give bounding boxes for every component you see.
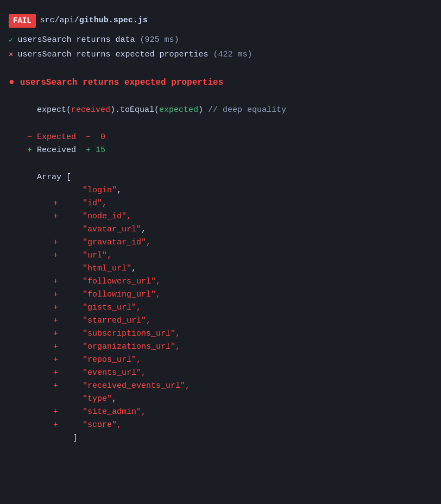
item-gravatar: + "gravatar_id",	[43, 236, 151, 249]
expect-text: expect(received).toEqual(expected) // de…	[17, 104, 286, 117]
diff-block: − Expected − 0 + Received + 15	[0, 127, 441, 161]
spacer-3	[0, 161, 441, 167]
array-close-text: ]	[43, 432, 78, 445]
array-item-id: + "id",	[17, 197, 432, 210]
check-icon: ✓	[9, 35, 13, 46]
item-following-url: + "following_url",	[43, 288, 161, 301]
item-organizations-url: + "organizations_url",	[43, 341, 180, 354]
file-name: github.spec.js	[79, 16, 148, 25]
test-fail-line: ✕ usersSearch returns expected propertie…	[0, 48, 441, 62]
header-line: FAIL src/api/github.spec.js	[0, 11, 441, 31]
error-title: usersSearch returns expected properties	[20, 76, 223, 89]
item-received-events-url: + "received_events_url",	[43, 380, 190, 393]
array-open-text: Array [	[17, 171, 71, 184]
array-item-gists-url: + "gists_url",	[17, 301, 432, 314]
array-item-following-url: + "following_url",	[17, 288, 432, 301]
array-item-organizations-url: + "organizations_url",	[17, 341, 432, 354]
item-site-admin: + "site_admin",	[43, 406, 146, 419]
item-gists-url: + "gists_url",	[43, 301, 141, 314]
test-fail-text: usersSearch returns expected properties …	[17, 49, 252, 61]
file-path-prefix: src/api/	[40, 16, 79, 25]
item-events-url: + "events_url",	[43, 367, 146, 380]
error-bullet: ●	[9, 75, 15, 90]
item-html-url: "html_url",	[43, 262, 136, 275]
array-item-site-admin: + "site_admin",	[17, 406, 432, 419]
array-item-gravatar: + "gravatar_id",	[17, 236, 432, 249]
item-node-id: + "node_id",	[43, 210, 131, 223]
array-block: Array [ "login", + "id", + "node_id", "a…	[0, 167, 441, 449]
item-type: "type",	[43, 393, 117, 406]
item-repos-url: + "repos_url",	[43, 354, 141, 367]
diff-received-label: + Received + 15	[17, 144, 105, 157]
spacer-1	[0, 94, 441, 99]
array-item-url: + "url",	[17, 249, 432, 262]
array-close-line: ]	[17, 432, 432, 445]
array-item-subscriptions-url: + "subscriptions_url",	[17, 327, 432, 341]
expect-line: expect(received).toEqual(expected) // de…	[17, 104, 432, 117]
array-item-avatar-url: "avatar_url",	[17, 223, 432, 236]
test-pass-text: usersSearch returns data (925 ms)	[17, 34, 179, 47]
fail-badge: FAIL	[9, 14, 36, 28]
cross-icon: ✕	[9, 49, 13, 60]
array-item-type: "type",	[17, 393, 432, 406]
array-item-score: + "score",	[17, 419, 432, 432]
diff-expected-label: − Expected − 0	[17, 131, 105, 144]
test-pass-line: ✓ usersSearch returns data (925 ms)	[0, 33, 441, 48]
item-starred-url: + "starred_url",	[43, 314, 151, 327]
array-open-line: Array [	[17, 171, 432, 184]
array-item-repos-url: + "repos_url",	[17, 354, 432, 367]
array-item-node-id: + "node_id",	[17, 210, 432, 223]
item-subscriptions-url: + "subscriptions_url",	[43, 327, 180, 341]
item-url: + "url",	[43, 249, 112, 262]
diff-received-line: + Received + 15	[17, 144, 432, 157]
divider-1	[0, 62, 441, 71]
test-output: FAIL src/api/github.spec.js ✓ usersSearc…	[0, 9, 441, 451]
spacer-2	[0, 121, 441, 127]
array-item-starred-url: + "starred_url",	[17, 314, 432, 327]
error-title-line: ● usersSearch returns expected propertie…	[0, 71, 441, 94]
array-item-events-url: + "events_url",	[17, 367, 432, 380]
item-followers-url: + "followers_url",	[43, 275, 161, 288]
file-path: src/api/github.spec.js	[40, 15, 148, 27]
item-id: + "id",	[43, 197, 107, 210]
item-login: "login",	[43, 184, 122, 197]
expect-line-block: expect(received).toEqual(expected) // de…	[0, 99, 441, 121]
item-avatar-url: "avatar_url",	[43, 223, 146, 236]
diff-expected-line: − Expected − 0	[17, 131, 432, 144]
item-score: + "score",	[43, 419, 122, 432]
array-item-login: "login",	[17, 184, 432, 197]
array-item-received-events-url: + "received_events_url",	[17, 380, 432, 393]
array-item-followers-url: + "followers_url",	[17, 275, 432, 288]
array-item-html-url: "html_url",	[17, 262, 432, 275]
